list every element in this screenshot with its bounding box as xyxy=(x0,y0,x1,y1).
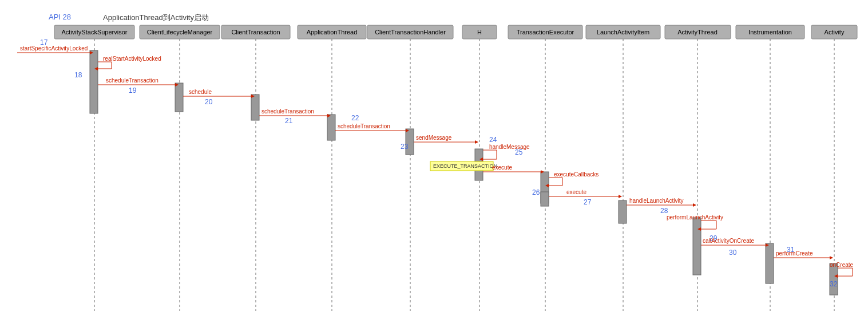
activation-1 xyxy=(175,83,183,112)
label-29: performLaunchActivity xyxy=(667,214,723,221)
col-header-7: LaunchActivityItem xyxy=(597,29,649,36)
col-header-10: Activity xyxy=(825,29,845,36)
sequence-diagram: ActivityStackSupervisor ClientLifecycleM… xyxy=(0,0,868,311)
num-20: 20 xyxy=(205,98,213,106)
label-21: scheduleTransaction xyxy=(261,108,314,115)
col-header-9: Instrumentation xyxy=(748,29,792,36)
col-header-6: TransactionExecutor xyxy=(517,29,574,36)
arrowhead-31 xyxy=(830,256,833,259)
label-26: executeCallbacks xyxy=(554,171,599,178)
label-22: scheduleTransaction xyxy=(338,123,390,129)
activation-6b xyxy=(541,192,549,206)
col-header-3: ApplicationThread xyxy=(307,29,358,36)
col-header-0: ActivityStackSupervisor xyxy=(62,29,128,36)
label-31: performCreate xyxy=(776,250,813,257)
num-18: 18 xyxy=(74,71,82,79)
label-20: schedule xyxy=(189,89,212,95)
num-27: 27 xyxy=(584,198,592,206)
num-22: 22 xyxy=(351,114,359,122)
diagram-container: API 28 ApplicationThread到Activity启动 Acti… xyxy=(0,0,868,311)
num-26: 26 xyxy=(532,188,540,196)
col-header-2: ClientTransaction xyxy=(231,29,280,36)
label-startSpecific: startSpecificActivityLocked xyxy=(20,45,88,52)
label-30: callActivityOnCreate xyxy=(703,238,754,244)
col-header-4: ClientTransactionHandler xyxy=(375,29,446,36)
num-25: 25 xyxy=(515,148,523,156)
num-28: 28 xyxy=(660,207,668,215)
activation-10 xyxy=(830,263,838,295)
activation-0 xyxy=(90,50,98,113)
label-27: execute xyxy=(566,189,586,195)
label-18: realStartActivityLocked xyxy=(103,56,161,62)
activation-9 xyxy=(766,243,774,284)
col-header-1: ClientLifecycleManager xyxy=(147,29,213,36)
arrowhead-23 xyxy=(475,140,478,144)
num-24: 24 xyxy=(489,136,497,144)
activation-2 xyxy=(251,95,259,120)
num-32: 32 xyxy=(830,280,838,288)
num-17: 17 xyxy=(40,38,48,46)
num-30: 30 xyxy=(729,249,737,257)
activation-7 xyxy=(619,200,627,223)
note-execute-transaction-label: EXECUTE_TRANSACTION xyxy=(433,163,497,169)
num-19: 19 xyxy=(129,86,137,95)
num-21: 21 xyxy=(285,117,293,125)
label-32: onCreate xyxy=(830,262,854,268)
num-23: 23 xyxy=(401,143,409,151)
label-28: handleLaunchActivity xyxy=(629,198,684,204)
label-19: scheduleTransaction xyxy=(106,77,158,84)
col-header-8: ActivityThread xyxy=(677,29,718,36)
num-31: 31 xyxy=(787,246,795,254)
activation-3 xyxy=(327,115,335,140)
activation-8 xyxy=(693,218,701,275)
label-25: execute xyxy=(492,164,512,171)
label-23: sendMessage xyxy=(416,135,452,141)
arrowhead-28 xyxy=(693,203,696,207)
col-header-5: H xyxy=(477,29,482,36)
activation-4 xyxy=(406,129,414,155)
label-24: handleMessage xyxy=(489,144,530,150)
arrowhead-27 xyxy=(619,195,622,198)
